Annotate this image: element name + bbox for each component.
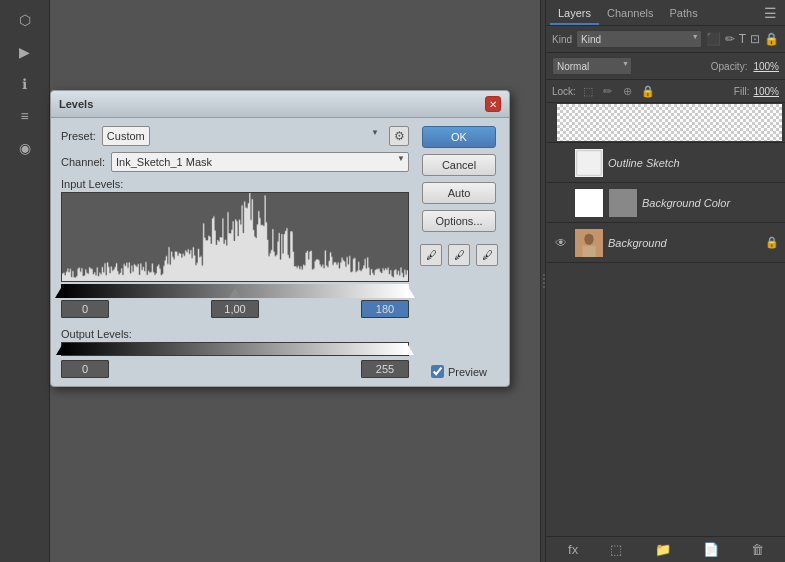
layers-panel: Layers Channels Paths ☰ Kind Kind ⬛ ✏ T … xyxy=(545,0,785,562)
input-values-row xyxy=(61,300,409,318)
close-button[interactable]: ✕ xyxy=(485,96,501,112)
filter-icon-2[interactable]: ✏ xyxy=(725,32,735,46)
add-adjustment-icon[interactable]: fx xyxy=(566,540,580,559)
delete-layer-icon[interactable]: 🗑 xyxy=(749,540,766,559)
lock-transparent-btn[interactable]: ⬚ xyxy=(580,83,596,99)
white-eyedropper-btn[interactable]: 🖋 xyxy=(476,244,498,266)
input-levels-label: Input Levels: xyxy=(61,178,409,190)
black-eyedropper-btn[interactable]: 🖋 xyxy=(420,244,442,266)
channel-row: Channel: Ink_Sketch_1 Mask RGB Red xyxy=(61,152,409,172)
output-levels-section: Output Levels: xyxy=(61,328,409,378)
input-white-thumb[interactable] xyxy=(403,288,415,298)
toolbar-icon-4[interactable]: ≡ xyxy=(11,102,39,130)
output-black-thumb[interactable] xyxy=(56,345,68,355)
preview-checkbox[interactable] xyxy=(431,365,444,378)
gear-button[interactable]: ⚙ xyxy=(389,126,409,146)
layers-blend-row: Normal Multiply Screen Opacity: 100% xyxy=(546,53,785,80)
panel-menu-button[interactable]: ☰ xyxy=(760,3,781,23)
lock-all-btn[interactable]: 🔒 xyxy=(640,83,656,99)
channel-select-wrapper: Ink_Sketch_1 Mask RGB Red xyxy=(111,152,409,172)
histogram xyxy=(61,192,409,282)
layers-bottom-bar: fx ⬚ 📁 📄 🗑 xyxy=(546,536,785,562)
layers-kind-row: Kind Kind ⬛ ✏ T ⊡ 🔒 xyxy=(546,26,785,53)
input-black-value[interactable] xyxy=(61,300,109,318)
preset-select[interactable]: Custom Default Darker xyxy=(102,126,150,146)
tab-paths[interactable]: Paths xyxy=(662,3,706,25)
layer-item-outline-sketch[interactable]: Outline Sketch xyxy=(546,143,785,183)
left-toolbar: ⬡ ▶ ℹ ≡ ◉ xyxy=(0,0,50,562)
filter-icon-4[interactable]: ⊡ xyxy=(750,32,760,46)
dialog-right: OK Cancel Auto Options... 🖋 🖋 🖋 Preview xyxy=(419,126,499,378)
layer-thumbnail-background xyxy=(574,228,604,258)
toolbar-icon-5[interactable]: ◉ xyxy=(11,134,39,162)
levels-dialog: Levels ✕ Preset: Custom Default Darker ⚙ xyxy=(50,90,510,387)
layer-item-background[interactable]: 👁 Background 🔒 xyxy=(546,223,785,263)
lock-label: Lock: xyxy=(552,86,576,97)
filter-icon-3[interactable]: T xyxy=(739,32,746,46)
cancel-button[interactable]: Cancel xyxy=(422,154,496,176)
options-button[interactable]: Options... xyxy=(422,210,496,232)
opacity-value[interactable]: 100% xyxy=(753,61,779,72)
preset-row: Preset: Custom Default Darker ⚙ xyxy=(61,126,409,146)
layers-list: Ink_Sketch_1 Outline Sketch Background xyxy=(546,103,785,263)
new-group-icon[interactable]: 📁 xyxy=(653,540,673,559)
input-midtone-value[interactable] xyxy=(211,300,259,318)
layer-item-ink-sketch[interactable]: Ink_Sketch_1 xyxy=(546,103,785,143)
svg-point-7 xyxy=(584,233,593,244)
toolbar-icon-2[interactable]: ▶ xyxy=(11,38,39,66)
toolbar-icon-1[interactable]: ⬡ xyxy=(11,6,39,34)
output-gradient-track[interactable] xyxy=(61,342,409,356)
channel-label: Channel: xyxy=(61,156,105,168)
layer-lock-icon-background: 🔒 xyxy=(765,236,779,249)
output-black-value[interactable] xyxy=(61,360,109,378)
fill-value[interactable]: 100% xyxy=(753,86,779,97)
layer-item-bg-color[interactable]: Background Color xyxy=(546,183,785,223)
dialog-titlebar: Levels ✕ xyxy=(51,91,509,118)
input-midtone-thumb[interactable] xyxy=(229,288,241,298)
toolbar-icon-3[interactable]: ℹ xyxy=(11,70,39,98)
input-levels-section: Input Levels: xyxy=(61,178,409,318)
dialog-body: Preset: Custom Default Darker ⚙ Channel: xyxy=(51,118,509,386)
svg-rect-3 xyxy=(575,149,603,177)
dialog-title: Levels xyxy=(59,98,93,110)
histogram-canvas xyxy=(62,193,408,281)
opacity-label: Opacity: xyxy=(711,61,748,72)
kind-label: Kind xyxy=(552,34,572,45)
input-slider-track[interactable] xyxy=(61,284,409,298)
filter-icon-1[interactable]: ⬛ xyxy=(706,32,721,46)
dialog-left: Preset: Custom Default Darker ⚙ Channel: xyxy=(61,126,409,378)
layer-visibility-background[interactable]: 👁 xyxy=(552,236,570,250)
lock-image-btn[interactable]: ✏ xyxy=(600,83,616,99)
new-layer-icon[interactable]: 📄 xyxy=(701,540,721,559)
layers-lock-row: Lock: ⬚ ✏ ⊕ 🔒 Fill: 100% xyxy=(546,80,785,103)
fill-label: Fill: xyxy=(734,86,750,97)
kind-select[interactable]: Kind xyxy=(576,30,702,48)
ok-button[interactable]: OK xyxy=(422,126,496,148)
filter-icon-5[interactable]: 🔒 xyxy=(764,32,779,46)
layer-mask-bg-color xyxy=(608,188,638,218)
output-white-thumb[interactable] xyxy=(402,345,414,355)
output-white-value[interactable] xyxy=(361,360,409,378)
layer-thumbnail-outline-sketch xyxy=(574,148,604,178)
blend-mode-select[interactable]: Normal Multiply Screen xyxy=(552,57,632,75)
auto-button[interactable]: Auto xyxy=(422,182,496,204)
tab-channels[interactable]: Channels xyxy=(599,3,661,25)
tab-layers[interactable]: Layers xyxy=(550,3,599,25)
channel-select[interactable]: Ink_Sketch_1 Mask RGB Red xyxy=(111,152,409,172)
layer-thumbnail-ink-sketch xyxy=(556,103,783,142)
lock-position-btn[interactable]: ⊕ xyxy=(620,83,636,99)
svg-rect-5 xyxy=(575,189,603,217)
layer-name-outline-sketch: Outline Sketch xyxy=(608,157,779,169)
preset-select-wrapper: Custom Default Darker xyxy=(102,126,383,146)
preview-row: Preview xyxy=(431,365,487,378)
svg-rect-8 xyxy=(582,245,595,256)
input-white-value[interactable] xyxy=(361,300,409,318)
eyedropper-row: 🖋 🖋 🖋 xyxy=(420,244,498,266)
output-values-row xyxy=(61,360,409,378)
input-black-thumb[interactable] xyxy=(55,288,67,298)
preview-label: Preview xyxy=(448,366,487,378)
kind-select-wrapper: Kind xyxy=(576,30,702,48)
layer-thumbnail-bg-color xyxy=(574,188,604,218)
gray-eyedropper-btn[interactable]: 🖋 xyxy=(448,244,470,266)
add-mask-icon[interactable]: ⬚ xyxy=(608,540,624,559)
